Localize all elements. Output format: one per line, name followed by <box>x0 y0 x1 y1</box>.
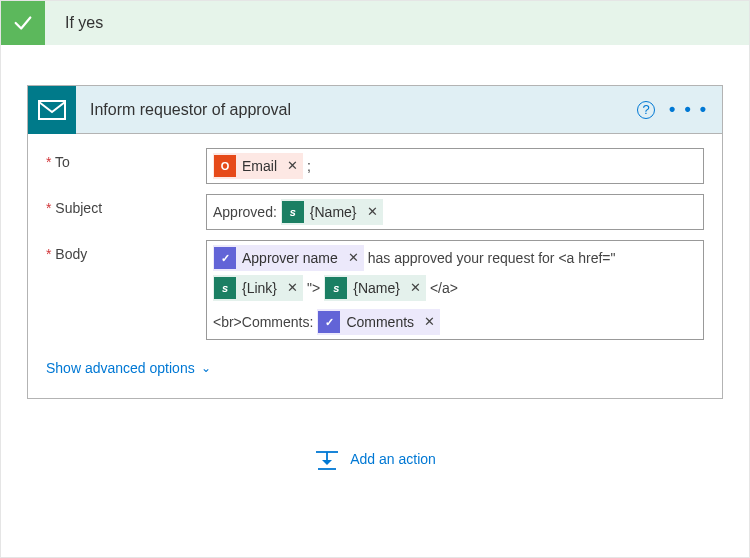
condition-header: If yes <box>1 1 749 45</box>
show-advanced-label: Show advanced options <box>46 360 195 376</box>
action-body: * To O Email ✕ ; * Subject Approved: s <box>28 134 722 398</box>
sharepoint-icon: s <box>325 277 347 299</box>
svg-rect-0 <box>39 101 65 119</box>
sharepoint-icon: s <box>282 201 304 223</box>
body-label: * Body <box>46 240 206 340</box>
help-icon[interactable]: ? <box>637 101 655 119</box>
token-link[interactable]: s {Link} ✕ <box>213 275 303 301</box>
condition-title: If yes <box>45 14 103 32</box>
token-approver-name[interactable]: ✓ Approver name ✕ <box>213 245 364 271</box>
action-title: Inform requestor of approval <box>76 101 637 119</box>
office-icon: O <box>214 155 236 177</box>
subject-input[interactable]: Approved: s {Name} ✕ <box>206 194 704 230</box>
remove-token-icon[interactable]: ✕ <box>406 276 425 300</box>
sharepoint-icon: s <box>214 277 236 299</box>
action-card: Inform requestor of approval ? • • • * T… <box>27 85 723 399</box>
subject-prefix: Approved: <box>213 200 277 224</box>
token-comments[interactable]: ✓ Comments ✕ <box>317 309 440 335</box>
check-icon <box>1 1 45 45</box>
remove-token-icon[interactable]: ✕ <box>344 246 363 270</box>
add-action-button[interactable]: Add an action <box>1 449 749 469</box>
action-header[interactable]: Inform requestor of approval ? • • • <box>28 86 722 134</box>
add-action-icon <box>314 449 340 469</box>
approval-icon: ✓ <box>318 311 340 333</box>
mail-icon <box>28 86 76 134</box>
show-advanced-link[interactable]: Show advanced options ⌄ <box>46 350 211 376</box>
to-label: * To <box>46 148 206 184</box>
body-text-2: "> <box>307 276 320 300</box>
body-text-3: </a> <box>430 276 458 300</box>
field-body-row: * Body ✓ Approver name ✕ has approved yo… <box>46 240 704 340</box>
remove-token-icon[interactable]: ✕ <box>283 276 302 300</box>
token-name-body[interactable]: s {Name} ✕ <box>324 275 426 301</box>
to-input[interactable]: O Email ✕ ; <box>206 148 704 184</box>
field-subject-row: * Subject Approved: s {Name} ✕ <box>46 194 704 230</box>
to-suffix: ; <box>307 154 311 178</box>
add-action-label: Add an action <box>350 451 436 467</box>
remove-token-icon[interactable]: ✕ <box>363 200 382 224</box>
subject-label: * Subject <box>46 194 206 230</box>
body-text-4: <br>Comments: <box>213 310 313 334</box>
remove-token-icon[interactable]: ✕ <box>420 310 439 334</box>
ellipsis-icon[interactable]: • • • <box>669 99 708 120</box>
approval-icon: ✓ <box>214 247 236 269</box>
body-text-1: has approved your request for <a href=" <box>368 246 616 270</box>
token-name[interactable]: s {Name} ✕ <box>281 199 383 225</box>
remove-token-icon[interactable]: ✕ <box>283 154 302 178</box>
if-yes-container: If yes Inform requestor of approval ? • … <box>0 0 750 558</box>
token-email[interactable]: O Email ✕ <box>213 153 303 179</box>
field-to-row: * To O Email ✕ ; <box>46 148 704 184</box>
chevron-down-icon: ⌄ <box>201 361 211 375</box>
body-input[interactable]: ✓ Approver name ✕ has approved your requ… <box>206 240 704 340</box>
